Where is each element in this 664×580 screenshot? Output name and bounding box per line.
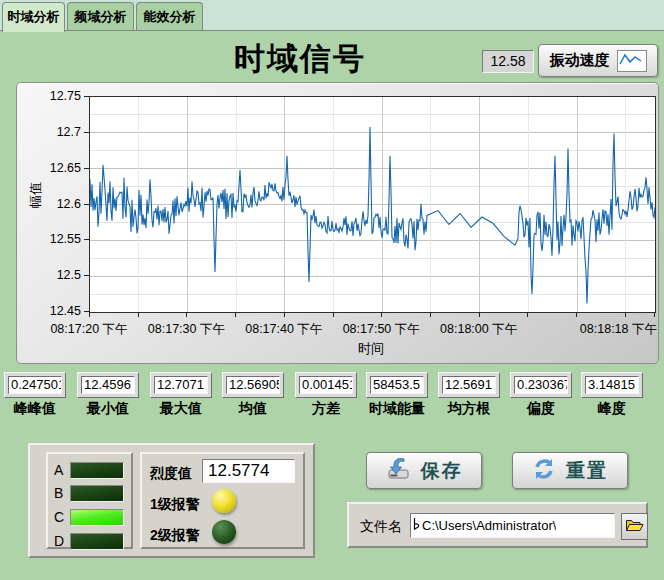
severity-panel: 烈度值 12.5774 1级报警 2级报警 (140, 452, 305, 549)
y-tick-label: 12.5 (17, 268, 81, 282)
file-name-label: 文件名 (360, 518, 402, 536)
indicator-min: 12.4596 最小值 (77, 372, 139, 418)
indicator-box: 3.14815 (581, 372, 643, 398)
y-tick-mark (84, 239, 89, 240)
led-b (70, 485, 124, 502)
x-tick-mark (381, 312, 382, 317)
indicator-box: 0.230367 (510, 372, 572, 398)
y-tick-mark (84, 204, 89, 205)
indicator-box: 0.001451 (295, 372, 357, 398)
signal-selector-button[interactable]: 振动速度 (538, 44, 658, 77)
file-path-text: C:\Users\Administrator\ (422, 518, 556, 533)
y-tick-label: 12.7 (17, 125, 81, 139)
indicator-skewness: 0.230367 偏度 (510, 372, 572, 418)
alarm1-led (212, 489, 236, 513)
indicator-box: 12.5691 (438, 372, 500, 398)
x-tick-label: 08:18:00 下午 (432, 321, 526, 336)
x-tick-mark (430, 312, 431, 317)
y-tick-label: 12.55 (17, 232, 81, 246)
x-tick-mark (186, 312, 187, 317)
waveform-icon (617, 50, 647, 72)
led-d (70, 533, 124, 550)
path-type-icon (412, 516, 421, 536)
led-row-a: A (54, 462, 124, 478)
led-c (70, 509, 124, 526)
led-row-d: D (54, 533, 124, 549)
indicator-max: 12.7071 最大值 (150, 372, 212, 418)
x-tick-label: 08:17:30 下午 (139, 321, 233, 336)
x-tick-mark (654, 312, 655, 317)
y-tick-mark (84, 275, 89, 276)
y-tick-mark (84, 132, 89, 133)
indicator-box: 12.7071 (150, 372, 212, 398)
alarm1-label: 1级报警 (150, 496, 200, 514)
x-tick-label: 08:17:20 下午 (42, 321, 136, 336)
tab-bar: 时域分析 频域分析 能效分析 (0, 0, 664, 31)
indicator-box: 58453.5 (366, 372, 428, 398)
tab-frequency-domain[interactable]: 频域分析 (67, 2, 134, 30)
reset-button[interactable]: 重置 (512, 452, 628, 489)
indicator-box: 12.56905 (222, 372, 284, 398)
indicator-box: 12.4596 (77, 372, 139, 398)
indicator-mean: 12.56905 均值 (222, 372, 284, 418)
save-button-label: 保存 (421, 458, 463, 484)
y-axis-title: 幅值 (27, 165, 43, 225)
x-tick-mark (527, 312, 528, 317)
y-tick-label: 12.45 (17, 304, 81, 318)
x-tick-mark (138, 312, 139, 317)
y-tick-mark (84, 96, 89, 97)
led-row-b: B (54, 485, 124, 501)
x-tick-mark (284, 312, 285, 317)
signal-selector-label: 振动速度 (550, 51, 610, 70)
chart-plot-area (89, 96, 656, 313)
x-tick-mark (625, 312, 626, 317)
tab-time-domain[interactable]: 时域分析 (2, 2, 65, 32)
y-tick-mark (84, 168, 89, 169)
app-window: 时域分析 频域分析 能效分析 时域信号 12.58 振动速度 12.7512.7… (0, 0, 664, 580)
reset-button-label: 重置 (566, 458, 608, 484)
x-axis-title: 时间 (321, 340, 421, 358)
indicator-energy: 58453.5 时域能量 (366, 372, 428, 418)
alarm2-led (212, 520, 236, 544)
alarm2-label: 2级报警 (150, 527, 200, 545)
led-a (70, 462, 124, 479)
x-tick-mark (479, 312, 480, 317)
severity-value: 12.5774 (202, 459, 295, 483)
x-tick-label: 08:17:50 下午 (334, 321, 428, 336)
x-tick-mark (235, 312, 236, 317)
file-panel: 文件名 C:\Users\Administrator\ (347, 502, 648, 548)
x-tick-label: 08:17:40 下午 (237, 321, 331, 336)
folder-icon (625, 518, 644, 536)
led-row-c: C (54, 509, 124, 525)
indicator-box: 0.247501 (4, 372, 66, 398)
x-tick-label: 08:18:18 下午 (557, 321, 657, 336)
indicator-peak-to-peak: 0.247501 峰峰值 (4, 372, 66, 418)
indicator-variance: 0.001451 方差 (295, 372, 357, 418)
indicator-rms: 12.5691 均方根 (438, 372, 500, 418)
reset-icon (532, 457, 556, 485)
severity-label: 烈度值 (150, 465, 192, 483)
save-button[interactable]: 保存 (366, 452, 482, 489)
indicator-kurtosis: 3.14815 峰度 (581, 372, 643, 418)
alarm-cluster-panel: A B C D 烈度值 12.5774 1级报警 2级报警 (28, 443, 315, 558)
current-value-readout: 12.58 (482, 50, 534, 73)
tab-energy-efficiency[interactable]: 能效分析 (136, 2, 203, 30)
file-path-input[interactable]: C:\Users\Administrator\ (410, 513, 615, 538)
save-icon (386, 456, 411, 485)
browse-button[interactable] (621, 513, 648, 540)
x-tick-mark (89, 312, 90, 317)
y-tick-label: 12.75 (17, 89, 81, 103)
x-tick-mark (333, 312, 334, 317)
led-bank-panel: A B C D (46, 452, 133, 549)
x-tick-mark (576, 312, 577, 317)
page-title: 时域信号 (160, 38, 440, 76)
time-domain-chart: 12.7512.712.6512.612.5512.512.45 08:17:2… (16, 82, 659, 364)
